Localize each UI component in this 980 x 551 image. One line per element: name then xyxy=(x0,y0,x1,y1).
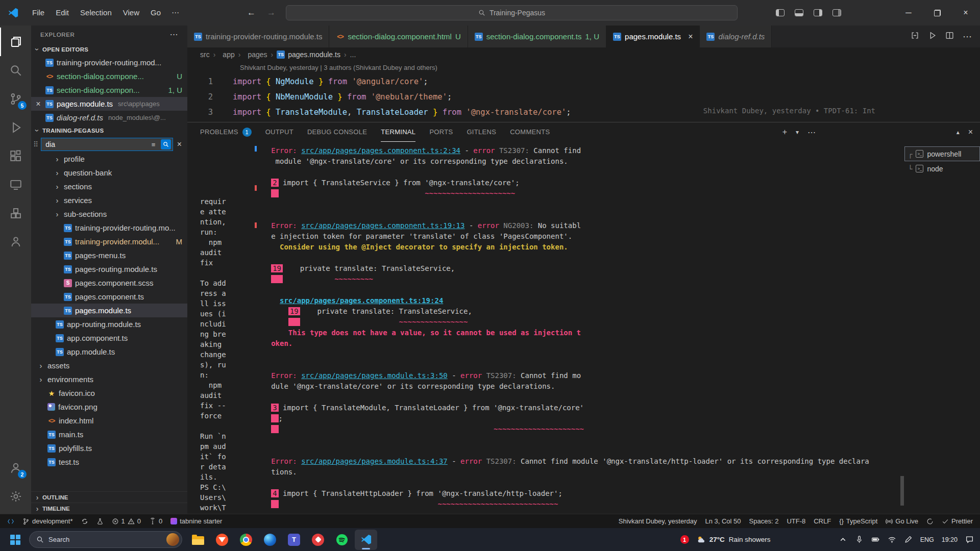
close-editor-icon[interactable]: × xyxy=(34,99,42,109)
editor-tab[interactable]: <>section-dialog.component.htmlU xyxy=(329,26,468,47)
open-editor-item[interactable]: TStraining-provider-routing.mod... xyxy=(31,56,187,69)
microphone-icon[interactable] xyxy=(855,535,864,544)
tree-item[interactable]: TStraining-provider.modul...M xyxy=(31,235,187,248)
breadcrumb-item[interactable]: src xyxy=(200,51,210,59)
go-live[interactable]: Go Live xyxy=(881,514,922,528)
panel-tab-terminal[interactable]: TERMINAL xyxy=(381,122,415,142)
tree-item[interactable]: TSapp-routing.module.ts xyxy=(31,317,187,331)
radio-tower[interactable]: 0 xyxy=(145,514,166,528)
tree-item[interactable]: Spages.component.scss xyxy=(31,276,187,290)
command-center[interactable]: Training-Pegasus xyxy=(286,5,738,20)
project-header[interactable]: › TRAINING-PEGASUS xyxy=(31,124,187,137)
timeline-section[interactable]: › TIMELINE xyxy=(31,503,187,514)
wifi-icon[interactable] xyxy=(888,535,896,544)
menu-view[interactable]: View xyxy=(117,0,145,26)
open-editor-item[interactable]: TSdialog-ref.d.tsnode_modules\@... xyxy=(31,111,187,124)
terminal-dropdown-icon[interactable]: ▾ xyxy=(796,129,799,136)
tree-item[interactable]: ›sections xyxy=(31,180,187,193)
close-filter-icon[interactable]: × xyxy=(176,140,183,149)
teams-icon[interactable]: T xyxy=(283,530,305,550)
open-editors-header[interactable]: › OPEN EDITORS xyxy=(31,43,187,56)
tree-item[interactable]: ›services xyxy=(31,193,187,207)
run-debug-icon[interactable] xyxy=(0,113,31,142)
tree-item[interactable]: TSapp.component.ts xyxy=(31,331,187,345)
cursor-position[interactable]: Ln 3, Col 50 xyxy=(701,514,745,528)
search-highlight-icon[interactable] xyxy=(166,533,179,546)
menu-edit[interactable]: Edit xyxy=(50,0,75,26)
editor-tab[interactable]: TSpages.module.ts× xyxy=(606,26,700,47)
language-indicator[interactable]: ENG xyxy=(920,536,934,543)
terminal-view[interactable]: require attention,run: npmauditfix To ad… xyxy=(187,142,980,514)
tree-item[interactable]: TSpages-routing.module.ts xyxy=(31,262,187,276)
explorer-icon[interactable] xyxy=(0,28,31,56)
open-editor-item[interactable]: TSsection-dialog.compon...1, U xyxy=(31,83,187,97)
close-panel-icon[interactable]: × xyxy=(968,128,973,137)
editor-tab[interactable]: TSsection-dialog.component.ts1, U xyxy=(468,26,606,47)
tree-item[interactable]: TSpages-menu.ts xyxy=(31,248,187,262)
tree-item[interactable]: TSpages.component.ts xyxy=(31,290,187,304)
gitlens-blame[interactable]: Shivkant Dubey, yesterday xyxy=(615,514,701,528)
spotify-icon[interactable] xyxy=(331,530,353,550)
chrome-beta-icon[interactable] xyxy=(259,530,281,550)
extensions-icon[interactable] xyxy=(0,142,31,170)
clock[interactable]: 19:20 xyxy=(942,536,958,543)
language-mode[interactable]: {}TypeScript xyxy=(835,514,881,528)
prettier[interactable]: Prettier xyxy=(938,514,977,528)
git-branch[interactable]: development* xyxy=(18,514,77,528)
pen-icon[interactable] xyxy=(904,535,913,544)
tree-item[interactable]: TStest.ts xyxy=(31,455,187,469)
panel-tab-problems[interactable]: PROBLEMS1 xyxy=(200,122,252,142)
customize-layout-icon[interactable] xyxy=(832,9,841,16)
encoding[interactable]: UTF-8 xyxy=(782,514,810,528)
file-explorer-icon[interactable] xyxy=(187,530,209,550)
filter-icon[interactable]: ≡ xyxy=(149,139,159,149)
remote-indicator[interactable] xyxy=(3,514,18,528)
loading[interactable] xyxy=(922,514,938,528)
fuzzy-match-icon[interactable] xyxy=(161,139,171,149)
breadcrumb-item[interactable]: pages xyxy=(248,51,267,59)
notification-badge[interactable]: 1 xyxy=(680,535,689,544)
split-editor-icon[interactable] xyxy=(945,31,954,42)
outline-section[interactable]: › OUTLINE xyxy=(31,491,187,503)
tree-item[interactable]: ›assets xyxy=(31,359,187,372)
toggle-secondary-sidebar-icon[interactable] xyxy=(814,9,822,16)
tabnine[interactable]: tabnine starter xyxy=(166,514,226,528)
tree-item[interactable]: <>index.html xyxy=(31,414,187,428)
terminal-pane-powershell[interactable]: require attention,run: npmauditfix To ad… xyxy=(200,145,252,514)
views-more-actions-icon[interactable]: ⋯ xyxy=(169,30,178,39)
open-editor-item[interactable]: ×TSpages.module.tssrc\app\pages xyxy=(31,97,187,111)
close-tab-icon[interactable]: × xyxy=(688,32,693,41)
menu-overflow[interactable]: ⋯ xyxy=(166,8,184,17)
battery-icon[interactable] xyxy=(871,535,880,544)
history-back-icon[interactable]: ← xyxy=(247,0,256,26)
toggle-primary-sidebar-icon[interactable] xyxy=(776,9,785,16)
settings-icon[interactable] xyxy=(0,482,31,511)
test-beaker[interactable] xyxy=(92,514,108,528)
start-button-icon[interactable] xyxy=(10,535,20,545)
tree-item[interactable]: ›profile xyxy=(31,152,187,166)
terminal-scrollbar[interactable] xyxy=(899,145,904,514)
code-editor[interactable]: Shivkant Dubey, yesterday | 3 authors (S… xyxy=(187,62,980,122)
containers-icon[interactable] xyxy=(0,199,31,228)
tree-item[interactable]: ›sub-sections xyxy=(31,207,187,221)
tree-item[interactable]: TStraining-provider-routing.mo... xyxy=(31,221,187,235)
hidden-icons-chevron-icon[interactable] xyxy=(839,535,847,544)
remote-explorer-icon[interactable] xyxy=(0,170,31,199)
new-terminal-icon[interactable]: + xyxy=(782,128,787,137)
tree-item[interactable]: favicon.png xyxy=(31,400,187,414)
taskbar-search[interactable]: Search xyxy=(29,531,182,548)
breadcrumb[interactable]: src›app›pages›TSpages.module.ts›... xyxy=(187,47,980,62)
chrome-icon[interactable] xyxy=(235,530,257,550)
brave-icon[interactable] xyxy=(211,530,233,550)
terminal-tab-powershell[interactable]: ┌>_powershell xyxy=(904,146,980,161)
breadcrumb-item[interactable]: app xyxy=(223,51,234,59)
tree-item[interactable]: TSapp.module.ts xyxy=(31,345,187,359)
restore-icon[interactable] xyxy=(923,0,951,26)
tree-item[interactable]: TSpolyfills.ts xyxy=(31,441,187,455)
notifications-icon[interactable] xyxy=(965,535,974,544)
app-red-icon[interactable] xyxy=(307,530,329,550)
accounts-icon[interactable]: 2 xyxy=(0,454,31,482)
live-share-icon[interactable] xyxy=(0,228,31,256)
run-file-icon[interactable] xyxy=(928,31,937,42)
breadcrumb-file[interactable]: TSpages.module.ts xyxy=(277,51,340,59)
